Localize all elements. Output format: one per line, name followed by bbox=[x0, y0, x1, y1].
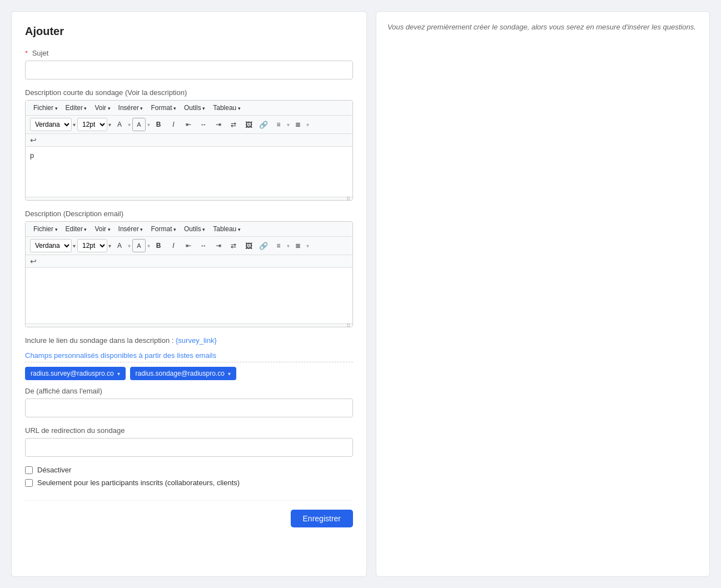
seulement-checkbox[interactable] bbox=[25, 479, 33, 487]
editor2-wrapper: Fichier Editer Voir Insérer Format Outil… bbox=[25, 221, 353, 327]
desc-email-label: Description (Description email) bbox=[25, 210, 353, 218]
sujet-group: * Sujet bbox=[25, 49, 353, 79]
email-tag-0-label: radius.survey@radiuspro.co bbox=[31, 370, 114, 377]
page-title: Ajouter bbox=[25, 25, 353, 38]
editor1-italic-btn[interactable]: I bbox=[167, 118, 180, 131]
editor1-font-wrapper: Verdana ▾ bbox=[30, 118, 76, 131]
email-tag-0[interactable]: radius.survey@radiuspro.co ▾ bbox=[25, 367, 126, 380]
editor1-align-left-btn[interactable]: ⇤ bbox=[182, 118, 195, 131]
editor1-align-center-btn[interactable]: ↔ bbox=[197, 118, 210, 131]
editor2-size-arrow: ▾ bbox=[108, 243, 111, 249]
editor2-color-divider2: ▾ bbox=[147, 243, 150, 249]
editor2-size-wrapper: 12pt ▾ bbox=[77, 239, 111, 252]
right-info-text: Vous devez premièrement créer le sondage… bbox=[387, 23, 698, 31]
editor1-align-right-btn[interactable]: ⇥ bbox=[212, 118, 225, 131]
editor2-align-left-btn[interactable]: ⇤ bbox=[182, 239, 195, 252]
editor2-link-btn[interactable]: 🔗 bbox=[257, 239, 270, 252]
email-tag-1[interactable]: radius.sondage@radiuspro.co ▾ bbox=[130, 367, 236, 380]
editor1-menu-fichier[interactable]: Fichier bbox=[30, 103, 61, 113]
editor1-size-arrow: ▾ bbox=[108, 122, 111, 128]
seulement-group: Seulement pour les participants inscrits… bbox=[25, 479, 353, 487]
email-tag-0-chevron: ▾ bbox=[117, 371, 120, 377]
editor2-bold-btn[interactable]: B bbox=[152, 239, 165, 252]
editor1-menu-inserer[interactable]: Insérer bbox=[115, 103, 147, 113]
editor2-italic-btn[interactable]: I bbox=[167, 239, 180, 252]
editor1-menu-editer[interactable]: Editer bbox=[62, 103, 91, 113]
editor1-color-divider1: ▾ bbox=[128, 122, 131, 128]
de-label: De (affiché dans l'email) bbox=[25, 387, 353, 395]
editor2-image-btn[interactable]: 🖼 bbox=[242, 239, 255, 252]
editor1-link-btn[interactable]: 🔗 bbox=[257, 118, 270, 131]
editor1-list-btn[interactable]: ≡ bbox=[272, 118, 285, 131]
editor2-font-select[interactable]: Verdana bbox=[30, 239, 72, 252]
editor1-wrapper: Fichier Editer Voir Insérer Format Outil… bbox=[25, 100, 353, 201]
editor2-menu-outils[interactable]: Outils bbox=[181, 224, 208, 234]
editor2-list-btn[interactable]: ≡ bbox=[272, 239, 285, 252]
editor2-menu-fichier[interactable]: Fichier bbox=[30, 224, 61, 234]
editor1-size-select[interactable]: 12pt bbox=[77, 118, 107, 131]
editor1-align-justify-btn[interactable]: ⇄ bbox=[227, 118, 240, 131]
editor2-color-divider1: ▾ bbox=[128, 243, 131, 249]
desactiver-checkbox[interactable] bbox=[25, 466, 33, 474]
editor1-content[interactable]: p bbox=[26, 147, 352, 197]
desc-email-group: Description (Description email) Fichier … bbox=[25, 210, 353, 327]
sujet-input[interactable] bbox=[25, 61, 353, 79]
editor2-content[interactable] bbox=[26, 268, 352, 323]
desactiver-label[interactable]: Désactiver bbox=[37, 466, 71, 474]
editor2-font-arrow: ▾ bbox=[73, 243, 76, 249]
editor2-menu-inserer[interactable]: Insérer bbox=[115, 224, 147, 234]
editor1-menu-format[interactable]: Format bbox=[147, 103, 180, 113]
editor2-menu-tableau[interactable]: Tableau bbox=[210, 224, 244, 234]
champs-label: Champs personnalisés disponibles à parti… bbox=[25, 351, 353, 362]
de-group: De (affiché dans l'email) bbox=[25, 387, 353, 417]
survey-link-value[interactable]: {survey_link} bbox=[176, 336, 217, 345]
editor1-list-arrow: ▾ bbox=[287, 122, 290, 128]
editor1-font-color-btn[interactable]: A bbox=[113, 118, 126, 131]
editor1-bg-color-btn[interactable]: A bbox=[132, 118, 146, 131]
editor1-menu-tableau[interactable]: Tableau bbox=[210, 103, 244, 113]
editor2-align-center-btn[interactable]: ↔ bbox=[197, 239, 210, 252]
editor2-numlist-btn[interactable]: ≣ bbox=[291, 239, 305, 252]
right-panel: Vous devez premièrement créer le sondage… bbox=[376, 11, 710, 577]
editor1-font-arrow: ▾ bbox=[73, 122, 76, 128]
url-group: URL de redirection du sondage bbox=[25, 426, 353, 457]
save-button[interactable]: Enregistrer bbox=[291, 510, 353, 527]
editor1-undo-btn[interactable]: ↩ bbox=[30, 136, 37, 144]
email-tag-1-label: radius.sondage@radiuspro.co bbox=[136, 370, 225, 377]
email-tags: radius.survey@radiuspro.co ▾ radius.sond… bbox=[25, 367, 353, 380]
editor2-align-right-btn[interactable]: ⇥ bbox=[212, 239, 225, 252]
email-tag-1-chevron: ▾ bbox=[228, 371, 231, 377]
editor2-resize-handle[interactable]: ⠿ bbox=[26, 323, 352, 327]
editor2-undo-row: ↩ bbox=[26, 255, 352, 268]
editor2-font-wrapper: Verdana ▾ bbox=[30, 239, 76, 252]
editor2-numlist-arrow: ▾ bbox=[306, 243, 309, 249]
editor2-menu-voir[interactable]: Voir bbox=[91, 224, 113, 234]
sujet-label: * Sujet bbox=[25, 49, 353, 57]
editor1-menu-outils[interactable]: Outils bbox=[181, 103, 208, 113]
editor1-undo-row: ↩ bbox=[26, 134, 352, 147]
champs-section: Champs personnalisés disponibles à parti… bbox=[25, 351, 353, 380]
editor1-numlist-arrow: ▾ bbox=[306, 122, 309, 128]
desactiver-group: Désactiver bbox=[25, 466, 353, 474]
editor2-font-color-btn[interactable]: A bbox=[113, 239, 126, 252]
editor2-align-justify-btn[interactable]: ⇄ bbox=[227, 239, 240, 252]
required-star: * bbox=[25, 49, 28, 57]
editor1-toolbar: Verdana ▾ 12pt ▾ A ▾ A ▾ B I bbox=[26, 116, 352, 134]
editor1-bold-btn[interactable]: B bbox=[152, 118, 165, 131]
editor2-size-select[interactable]: 12pt bbox=[77, 239, 107, 252]
editor1-menu-voir[interactable]: Voir bbox=[91, 103, 113, 113]
editor1-image-btn[interactable]: 🖼 bbox=[242, 118, 255, 131]
editor2-toolbar: Verdana ▾ 12pt ▾ A ▾ A ▾ B I bbox=[26, 237, 352, 255]
editor2-menu-format[interactable]: Format bbox=[147, 224, 180, 234]
editor1-numlist-btn[interactable]: ≣ bbox=[291, 118, 305, 131]
de-input[interactable] bbox=[25, 398, 353, 417]
editor1-menubar: Fichier Editer Voir Insérer Format Outil… bbox=[26, 101, 352, 116]
editor1-resize-handle[interactable]: ⠿ bbox=[26, 197, 352, 200]
editor2-menu-editer[interactable]: Editer bbox=[62, 224, 91, 234]
url-input[interactable] bbox=[25, 438, 353, 457]
editor2-bg-color-btn[interactable]: A bbox=[132, 239, 146, 252]
url-label: URL de redirection du sondage bbox=[25, 426, 353, 435]
editor1-font-select[interactable]: Verdana bbox=[30, 118, 72, 131]
editor2-undo-btn[interactable]: ↩ bbox=[30, 257, 37, 266]
seulement-label[interactable]: Seulement pour les participants inscrits… bbox=[37, 479, 240, 487]
